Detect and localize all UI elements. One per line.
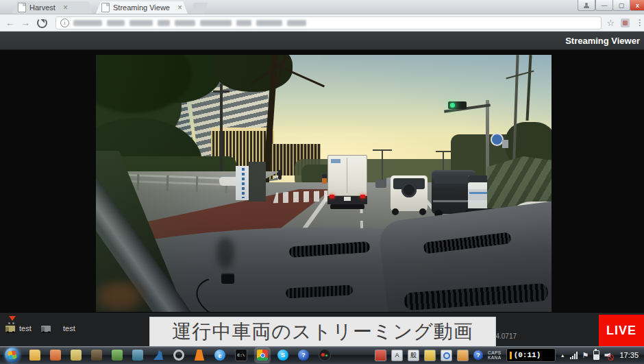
back-button[interactable]: ← bbox=[5, 18, 15, 27]
timer-level-icon bbox=[510, 352, 512, 359]
vlc-player-icon[interactable] bbox=[194, 350, 205, 361]
vehicle-truck-icon bbox=[41, 326, 51, 332]
forward-button[interactable]: → bbox=[21, 18, 30, 27]
tab-close-icon[interactable]: × bbox=[63, 3, 68, 12]
minimize-button[interactable]: — bbox=[595, 0, 613, 11]
address-bar[interactable]: i bbox=[55, 16, 602, 29]
live-badge: LIVE bbox=[599, 315, 644, 347]
stream-caption: 運行中車両のストリーミング動画 bbox=[149, 317, 496, 347]
action-center-flag-icon[interactable]: ⚑ bbox=[582, 351, 589, 360]
profile-button[interactable] bbox=[578, 0, 595, 11]
ime-palette-icon[interactable] bbox=[457, 350, 469, 361]
windows-explorer-icon[interactable] bbox=[29, 350, 40, 361]
ime-mode-a-button[interactable]: A bbox=[391, 350, 403, 361]
ring-utility-icon[interactable] bbox=[173, 350, 184, 361]
person-icon bbox=[584, 3, 589, 8]
internet-explorer-icon[interactable]: e bbox=[214, 350, 225, 361]
tab-title: Streaming Viewer bbox=[113, 3, 170, 12]
file-manager-icon[interactable] bbox=[132, 350, 143, 361]
taskbar-apps: eC:\S? bbox=[29, 349, 331, 361]
vehicle-item-2[interactable]: test bbox=[41, 324, 75, 332]
maximize-button[interactable]: ▢ bbox=[612, 0, 630, 11]
url-redacted bbox=[73, 20, 311, 26]
vehicle-label: test bbox=[19, 324, 32, 332]
ime-mode-kana-button[interactable]: 般 bbox=[408, 350, 419, 361]
windshield-tint bbox=[96, 55, 552, 312]
timer-value: (0:11) bbox=[514, 351, 541, 359]
windows-taskbar: eC:\S? A 般 ? CAPSKANA (0:11) ▲ ⚑ 17:35 bbox=[0, 346, 644, 364]
close-window-button[interactable]: x bbox=[630, 0, 644, 11]
tab-streaming-viewer[interactable]: Streaming Viewer × bbox=[96, 1, 188, 14]
tab-close-icon[interactable]: × bbox=[177, 3, 182, 12]
tab-harvest[interactable]: Harvest × bbox=[12, 1, 93, 14]
site-info-icon[interactable]: i bbox=[60, 19, 69, 27]
audio-recorder-icon[interactable] bbox=[319, 349, 331, 361]
system-tray: A 般 ? CAPSKANA (0:11) ▲ ⚑ 17:35 bbox=[375, 348, 644, 362]
bookmark-star-icon[interactable]: ☆ bbox=[607, 18, 615, 28]
browser-toolbar: ← → i ☆ ⋮ bbox=[0, 14, 644, 32]
ime-dictionary-icon[interactable] bbox=[424, 350, 436, 361]
timer-display[interactable]: (0:11) bbox=[506, 348, 556, 362]
image-viewer-icon[interactable] bbox=[50, 350, 61, 361]
ime-search-icon[interactable] bbox=[441, 350, 452, 361]
ime-tool-icon[interactable] bbox=[375, 350, 386, 361]
google-chrome-icon[interactable] bbox=[257, 350, 268, 361]
page-favicon-icon bbox=[101, 3, 110, 12]
page-title: Streaming Viewer bbox=[565, 36, 640, 46]
extension-icon[interactable] bbox=[621, 19, 630, 27]
app-header: Streaming Viewer bbox=[0, 32, 644, 50]
dashcam-video-stream bbox=[96, 55, 552, 312]
command-prompt-icon[interactable]: C:\ bbox=[235, 349, 247, 361]
vehicle-item-1[interactable]: test bbox=[5, 324, 32, 332]
reload-icon[interactable] bbox=[37, 18, 47, 28]
browser-menu-icon[interactable]: ⋮ bbox=[636, 18, 644, 27]
battery-icon[interactable] bbox=[593, 350, 599, 360]
skype-icon[interactable]: S bbox=[277, 350, 288, 361]
help-app-icon[interactable]: ? bbox=[298, 350, 309, 361]
hidden-icons-arrow[interactable]: ▲ bbox=[560, 353, 565, 358]
new-tab-button[interactable] bbox=[190, 3, 208, 14]
taskbar-clock[interactable]: 17:35 bbox=[619, 351, 639, 359]
ime-help-icon[interactable]: ? bbox=[473, 350, 483, 360]
browser-tab-strip: Harvest × Streaming Viewer × — ▢ x bbox=[0, 0, 644, 14]
network-signal-icon[interactable] bbox=[570, 352, 578, 359]
volume-muted-icon[interactable] bbox=[604, 351, 612, 359]
desktop: Harvest × Streaming Viewer × — ▢ x ← → i bbox=[0, 0, 644, 364]
vehicle-truck-icon bbox=[5, 326, 15, 332]
fin-app-icon[interactable] bbox=[153, 350, 164, 361]
notes-app-icon[interactable] bbox=[71, 350, 82, 361]
media-app-icon[interactable] bbox=[112, 350, 123, 361]
ime-caps-kana-indicator: CAPSKANA bbox=[488, 350, 501, 361]
vehicle-label: test bbox=[63, 324, 75, 332]
tab-title: Harvest bbox=[29, 3, 55, 12]
start-button[interactable] bbox=[5, 348, 20, 363]
page-favicon-icon bbox=[18, 3, 26, 12]
photo-tool-icon[interactable] bbox=[91, 350, 102, 361]
